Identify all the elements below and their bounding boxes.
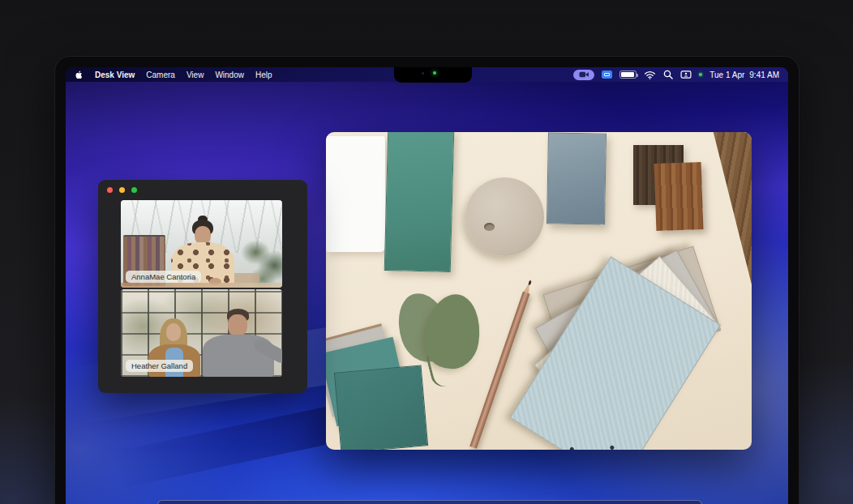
screen-mirroring-icon[interactable]: [602, 70, 612, 79]
participant-name-badge: Heather Galland: [126, 360, 193, 372]
facetime-camera-lens: [422, 72, 424, 75]
date-label: Tue 1 Apr: [709, 70, 744, 79]
teal-tile-front: [334, 365, 428, 450]
menu-camera[interactable]: Camera: [146, 70, 175, 79]
menu-help[interactable]: Help: [255, 70, 272, 79]
battery-icon[interactable]: [619, 70, 637, 79]
felt-circle-sample: [465, 177, 544, 256]
desk-view-window[interactable]: [326, 132, 752, 450]
brown-wood-sample: [654, 162, 704, 231]
apple-menu-icon[interactable]: [75, 70, 84, 79]
face: [228, 314, 247, 336]
felt-hole: [484, 223, 495, 231]
swatch-grommet: [569, 446, 575, 450]
desk-view-camera-indicator-icon[interactable]: [573, 70, 594, 80]
time-label: 9:41 AM: [749, 70, 779, 79]
close-button[interactable]: [107, 187, 113, 193]
background-window-edge[interactable]: [157, 500, 702, 504]
camera-in-use-led: [433, 71, 436, 75]
menu-bar-status-items: Tue 1 Apr 9:41 AM: [573, 70, 779, 80]
video-tile-heather[interactable]: Heather Galland: [121, 289, 282, 377]
zoom-button[interactable]: [131, 187, 137, 193]
participant-name-badge: AnnaMae Cantoria: [126, 271, 201, 283]
participant-man: [199, 309, 277, 377]
macbook-display: Desk View Camera View Window Help: [55, 57, 799, 504]
menu-window[interactable]: Window: [215, 70, 244, 79]
desktop-wallpaper: Desk View Camera View Window Help: [66, 67, 788, 504]
video-call-window[interactable]: AnnaMae Cantoria: [98, 180, 307, 393]
menu-view[interactable]: View: [186, 70, 204, 79]
participant-tiles: AnnaMae Cantoria: [121, 200, 282, 377]
desktop-setup-photo: Desk View Camera View Window Help: [0, 0, 853, 504]
window-traffic-lights: [107, 187, 137, 193]
green-tile: [384, 132, 455, 272]
video-tile-annamae[interactable]: AnnaMae Cantoria: [121, 200, 282, 288]
face: [166, 323, 181, 341]
minimize-button[interactable]: [119, 187, 125, 193]
wifi-icon[interactable]: [644, 70, 656, 79]
menu-bar-clock[interactable]: Tue 1 Apr 9:41 AM: [709, 70, 779, 79]
pencil-body: [469, 292, 529, 449]
app-menu-desk-view[interactable]: Desk View: [95, 70, 135, 79]
spotlight-search-icon[interactable]: [663, 70, 673, 79]
blue-gray-tile: [547, 132, 607, 224]
screen-sharing-icon[interactable]: [680, 70, 692, 79]
display-notch: [394, 67, 472, 83]
white-paper: [326, 136, 385, 252]
desk-ledge: [121, 283, 282, 288]
swatch-grommet: [610, 445, 615, 450]
camera-active-dot: [699, 73, 702, 76]
